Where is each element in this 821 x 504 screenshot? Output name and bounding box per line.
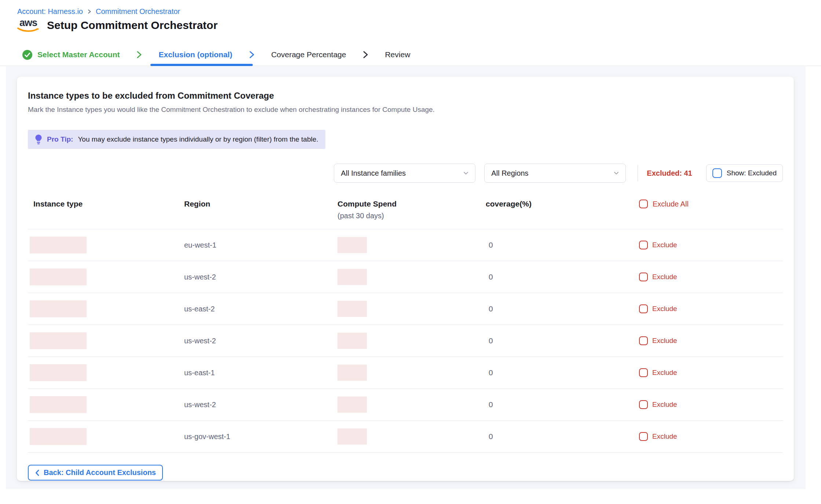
exclude-checkbox[interactable] xyxy=(639,368,648,377)
excluded-count-badge: Excluded: 41 xyxy=(647,169,692,178)
aws-logo-text: aws xyxy=(19,18,37,27)
redacted-instance-type xyxy=(30,428,87,445)
breadcrumb: Account: Harness.io Commitment Orchestra… xyxy=(17,7,180,16)
region-value: us-east-2 xyxy=(184,305,215,313)
exclude-checkbox[interactable] xyxy=(639,400,648,409)
coverage-value: 0 xyxy=(489,304,493,313)
step-label: Select Master Account xyxy=(37,50,120,59)
step-completed-check-icon xyxy=(22,50,33,60)
page-title: Setup Commitment Orchestrator xyxy=(47,19,218,32)
breadcrumb-page-link[interactable]: Commitment Orchestrator xyxy=(96,7,180,16)
redacted-compute-spend xyxy=(337,428,367,445)
filter-divider xyxy=(638,165,638,181)
table-row: eu-west-1 0 Exclude xyxy=(28,229,783,261)
panel-heading: Instance types to be excluded from Commi… xyxy=(28,91,783,101)
exclusion-panel: Instance types to be excluded from Commi… xyxy=(17,77,794,481)
instance-families-value: All Instance families xyxy=(341,169,406,178)
redacted-instance-type xyxy=(30,269,87,285)
show-excluded-toggle[interactable]: Show: Excluded xyxy=(706,164,783,182)
exclude-label: Exclude xyxy=(652,401,677,409)
exclude-label: Exclude xyxy=(652,273,677,281)
exclude-label: Exclude xyxy=(652,241,677,249)
table-header-row: Instance type Region Compute Spend (past… xyxy=(28,200,783,229)
exclude-all-control[interactable]: Exclude All xyxy=(639,200,783,208)
exclude-checkbox[interactable] xyxy=(639,336,648,345)
chevron-left-icon xyxy=(35,469,40,476)
coverage-value: 0 xyxy=(489,368,493,377)
col-coverage: coverage(%) xyxy=(486,200,638,208)
coverage-value: 0 xyxy=(489,241,493,249)
setup-stepper: Select Master Account Exclusion (optiona… xyxy=(16,44,416,66)
chevron-down-icon xyxy=(613,170,620,176)
aws-logo-icon: aws xyxy=(16,18,40,32)
step-review[interactable]: Review xyxy=(379,44,416,66)
exclude-all-label: Exclude All xyxy=(653,200,689,208)
redacted-compute-spend xyxy=(337,397,367,413)
redacted-instance-type xyxy=(30,300,87,317)
coverage-value: 0 xyxy=(489,273,493,281)
lightbulb-icon xyxy=(35,134,42,145)
exclude-control[interactable]: Exclude xyxy=(639,368,783,377)
step-chevron-icon xyxy=(135,50,143,59)
panel-description: Mark the Instance types you would like t… xyxy=(28,106,783,114)
show-excluded-label: Show: Excluded xyxy=(727,169,777,177)
redacted-instance-type xyxy=(30,364,87,381)
back-button-label: Back: Child Account Exclusions xyxy=(44,468,156,477)
coverage-value: 0 xyxy=(489,432,493,441)
filter-row: All Instance families All Regions Exclud… xyxy=(28,164,783,183)
step-exclusion[interactable]: Exclusion (optional) xyxy=(153,44,238,66)
title-row: aws Setup Commitment Orchestrator xyxy=(16,18,218,32)
back-child-account-exclusions-button[interactable]: Back: Child Account Exclusions xyxy=(28,465,163,481)
exclusion-table: Instance type Region Compute Spend (past… xyxy=(28,200,783,453)
exclude-control[interactable]: Exclude xyxy=(639,241,783,249)
redacted-compute-spend xyxy=(337,301,367,317)
exclude-control[interactable]: Exclude xyxy=(639,400,783,409)
regions-select[interactable]: All Regions xyxy=(484,164,626,183)
redacted-instance-type xyxy=(30,396,87,413)
redacted-compute-spend xyxy=(337,237,367,253)
table-row: us-east-2 0 Exclude xyxy=(28,293,783,325)
step-chevron-icon xyxy=(248,50,256,59)
exclude-control[interactable]: Exclude xyxy=(639,304,783,313)
instance-families-select[interactable]: All Instance families xyxy=(334,164,475,183)
redacted-instance-type xyxy=(30,237,87,253)
redacted-compute-spend xyxy=(337,333,367,349)
exclude-label: Exclude xyxy=(652,337,677,345)
regions-value: All Regions xyxy=(491,169,528,178)
table-row: us-gov-west-1 0 Exclude xyxy=(28,421,783,453)
exclude-checkbox[interactable] xyxy=(639,432,648,441)
show-excluded-checkbox[interactable] xyxy=(712,168,722,178)
exclude-control[interactable]: Exclude xyxy=(639,432,783,441)
content-background: Instance types to be excluded from Commi… xyxy=(6,66,806,489)
pro-tip-banner: Pro Tip: You may exclude instance types … xyxy=(28,130,325,149)
breadcrumb-account-link[interactable]: Account: Harness.io xyxy=(17,7,83,16)
region-value: us-west-2 xyxy=(184,401,216,409)
exclude-control[interactable]: Exclude xyxy=(639,336,783,345)
table-row: us-east-1 0 Exclude xyxy=(28,357,783,389)
page-header: Account: Harness.io Commitment Orchestra… xyxy=(0,0,821,66)
breadcrumb-chevron-icon xyxy=(87,9,92,14)
exclude-label: Exclude xyxy=(652,432,677,441)
step-chevron-icon xyxy=(361,50,369,59)
redacted-compute-spend xyxy=(337,269,367,285)
exclude-all-checkbox[interactable] xyxy=(639,200,648,208)
exclude-control[interactable]: Exclude xyxy=(639,273,783,281)
exclude-checkbox[interactable] xyxy=(639,304,648,313)
exclude-checkbox[interactable] xyxy=(639,273,648,281)
col-region: Region xyxy=(184,200,337,208)
step-select-master-account[interactable]: Select Master Account xyxy=(16,44,125,66)
chevron-down-icon xyxy=(463,170,469,176)
aws-smile-swoosh xyxy=(17,27,40,32)
table-row: us-west-2 0 Exclude xyxy=(28,325,783,357)
table-row: us-west-2 0 Exclude xyxy=(28,389,783,421)
redacted-compute-spend xyxy=(337,365,367,381)
redacted-instance-type xyxy=(30,332,87,349)
exclude-checkbox[interactable] xyxy=(639,241,648,249)
step-coverage-percentage[interactable]: Coverage Percentage xyxy=(265,44,352,66)
col-compute-spend: Compute Spend (past 30 days) xyxy=(337,200,486,220)
pro-tip-label: Pro Tip: xyxy=(47,135,73,143)
region-value: us-east-1 xyxy=(184,369,215,377)
step-label: Coverage Percentage xyxy=(271,50,346,59)
coverage-value: 0 xyxy=(489,400,493,409)
step-label: Exclusion (optional) xyxy=(158,50,232,59)
